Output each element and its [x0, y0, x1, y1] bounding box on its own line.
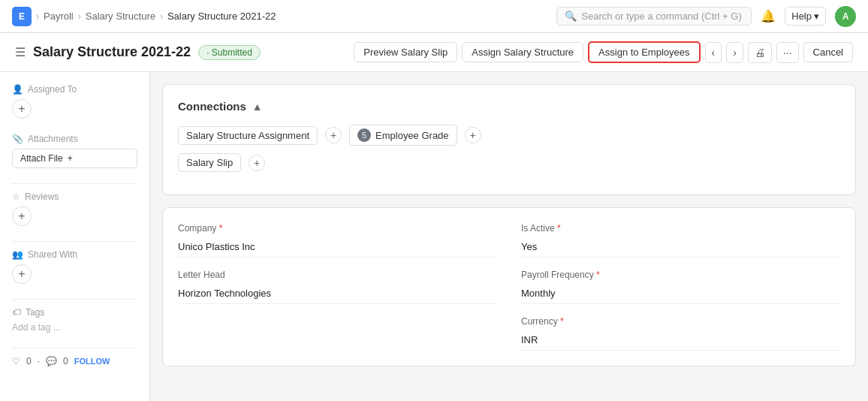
avatar[interactable]: A [835, 6, 856, 27]
sidebar-tags-section: 🏷 Tags Add a tag ... [12, 307, 137, 333]
letter-head-label: Letter Head [178, 270, 497, 280]
currency-label: Currency * [521, 316, 840, 327]
follow-button[interactable]: FOLLOW [74, 357, 110, 366]
form-card: Company * Unico Plastics Inc Is Active *… [162, 207, 856, 366]
divider4 [12, 348, 137, 348]
connection-salary-structure-assignment: Salary Structure Assignment [178, 126, 318, 145]
salary-structure-assignment-label: Salary Structure Assignment [186, 130, 309, 141]
attach-file-label: Attach File [20, 153, 63, 164]
shared-icon: 👥 [12, 249, 23, 260]
bell-icon[interactable]: 🔔 [761, 9, 776, 23]
comment-icon: 💬 [46, 356, 57, 366]
person-icon: 👤 [12, 84, 23, 95]
add-assigned-to-button[interactable]: + [12, 99, 32, 119]
is-active-label: Is Active * [521, 223, 840, 234]
connection-salary-slip: Salary Slip [178, 153, 241, 172]
letter-head-value[interactable]: Horizon Technologies [178, 283, 497, 304]
breadcrumb-payroll[interactable]: Payroll [44, 11, 74, 22]
company-label: Company * [178, 223, 497, 234]
attach-file-button[interactable]: Attach File + [12, 149, 137, 168]
assign-to-employees-button[interactable]: Assign to Employees [588, 41, 700, 63]
page-header-right: Preview Salary Slip Assign Salary Struct… [354, 41, 853, 63]
reviews-label: ☆ Reviews [12, 191, 137, 202]
sep2: › [78, 11, 81, 22]
employee-grade-badge: 5 [357, 128, 371, 142]
assign-salary-structure-button[interactable]: Assign Salary Structure [462, 42, 583, 62]
breadcrumb-current: Salary Structure 2021-22 [167, 11, 276, 22]
chevron-down-icon: ▾ [814, 11, 819, 22]
form-grid: Company * Unico Plastics Inc Is Active *… [178, 223, 840, 351]
follow-row: ♡ 0 · 💬 0 FOLLOW [12, 356, 137, 366]
currency-required: * [560, 316, 564, 327]
add-review-button[interactable]: + [12, 207, 32, 226]
connections-card: Connections ▲ Salary Structure Assignmen… [162, 84, 856, 195]
attachment-icon: 📎 [12, 134, 23, 144]
prev-button[interactable]: ‹ [705, 42, 722, 63]
salary-slip-label: Salary Slip [186, 157, 233, 168]
breadcrumb-salary-structure[interactable]: Salary Structure [86, 11, 155, 22]
sep3: › [160, 11, 163, 22]
hamburger-icon[interactable]: ☰ [15, 45, 26, 59]
employee-grade-label: Employee Grade [375, 130, 449, 141]
add-tag-input[interactable]: Add a tag ... [12, 322, 137, 333]
connection-employee-grade: 5 Employee Grade [349, 125, 457, 146]
tags-label: 🏷 Tags [12, 307, 137, 318]
payroll-frequency-field: Payroll Frequency * Monthly [521, 270, 840, 304]
shared-with-label: 👥 Shared With [12, 249, 137, 260]
currency-value[interactable]: INR [521, 330, 840, 351]
is-active-required: * [557, 223, 561, 234]
cancel-button[interactable]: Cancel [803, 42, 853, 62]
plus-icon: + [68, 153, 73, 164]
page-header: ☰ Salary Structure 2021-22 · Submitted P… [0, 33, 868, 72]
company-required: * [219, 223, 223, 234]
main-content: Connections ▲ Salary Structure Assignmen… [150, 72, 868, 401]
sidebar-shared-with-section: 👥 Shared With + [12, 249, 137, 284]
assigned-to-label: 👤 Assigned To [12, 84, 137, 95]
letter-head-field: Letter Head Horizon Technologies [178, 270, 497, 304]
add-salary-slip-button[interactable]: + [249, 155, 265, 171]
help-label: Help [791, 11, 812, 22]
divider2 [12, 241, 137, 242]
add-shared-with-button[interactable]: + [12, 264, 32, 284]
add-employee-grade-button[interactable]: + [465, 127, 481, 143]
collapse-icon[interactable]: ▲ [252, 101, 263, 113]
add-salary-structure-assignment-button[interactable]: + [325, 127, 342, 143]
divider1 [12, 183, 137, 184]
star-icon: ☆ [12, 191, 20, 202]
company-field: Company * Unico Plastics Inc [178, 223, 497, 258]
next-button[interactable]: › [726, 42, 743, 63]
print-button[interactable]: 🖨 [748, 42, 772, 63]
company-value[interactable]: Unico Plastics Inc [178, 237, 497, 258]
comments-count: 0 [63, 356, 68, 366]
page-header-left: ☰ Salary Structure 2021-22 · Submitted [15, 44, 261, 60]
connections-row-2: Salary Slip + [178, 153, 840, 172]
connections-title: Connections [178, 100, 246, 113]
layout: 👤 Assigned To + 📎 Attachments Attach Fil… [0, 72, 868, 401]
payroll-frequency-value[interactable]: Monthly [521, 283, 840, 304]
preview-salary-slip-button[interactable]: Preview Salary Slip [354, 42, 457, 62]
sidebar-assigned-to-section: 👤 Assigned To + [12, 84, 137, 119]
payroll-frequency-label: Payroll Frequency * [521, 270, 840, 280]
payroll-freq-required: * [596, 270, 600, 280]
is-active-value[interactable]: Yes [521, 237, 840, 258]
app-icon[interactable]: E [12, 7, 32, 26]
currency-field: Currency * INR [521, 316, 840, 351]
topnav-right: 🔍 Search or type a command (Ctrl + G) 🔔 … [556, 6, 856, 27]
search-bar[interactable]: 🔍 Search or type a command (Ctrl + G) [556, 7, 752, 26]
dot-sep: · [38, 356, 40, 366]
help-button[interactable]: Help ▾ [785, 7, 826, 26]
more-options-button[interactable]: ··· [776, 42, 799, 63]
search-icon: 🔍 [565, 11, 577, 22]
heart-icon: ♡ [12, 356, 20, 366]
search-placeholder: Search or type a command (Ctrl + G) [581, 11, 742, 22]
tag-icon: 🏷 [12, 307, 21, 318]
divider3 [12, 299, 137, 300]
attachments-label: 📎 Attachments [12, 134, 137, 144]
topnav: E › Payroll › Salary Structure › Salary … [0, 0, 868, 33]
sidebar-reviews-section: ☆ Reviews + [12, 191, 137, 226]
topnav-left: E › Payroll › Salary Structure › Salary … [12, 7, 276, 26]
connections-header: Connections ▲ [178, 100, 840, 113]
is-active-field: Is Active * Yes [521, 223, 840, 258]
sidebar: 👤 Assigned To + 📎 Attachments Attach Fil… [0, 72, 150, 401]
likes-count: 0 [26, 356, 32, 366]
